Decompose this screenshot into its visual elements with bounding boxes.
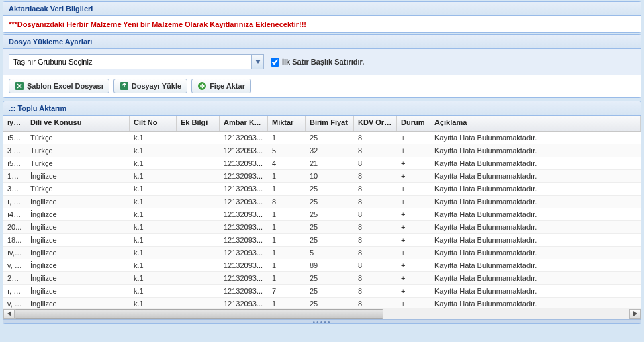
scroll-right-button[interactable] (629, 309, 641, 319)
cell-c7: 8 (354, 247, 397, 258)
cell-c5: 1 (268, 132, 306, 143)
first-row-header-checkbox[interactable] (271, 58, 279, 67)
upload-settings-panel: Dosya Yükleme Ayarları İlk Satır Başlık … (3, 34, 641, 98)
arrow-left-icon (7, 311, 11, 316)
col-extra[interactable]: Ek Bilgi (177, 116, 220, 131)
cell-c4: 12132093... (220, 298, 268, 308)
col-ambar[interactable]: Ambar K... (220, 116, 268, 131)
cell-c0: 165... (3, 171, 26, 181)
table-row[interactable]: 256...İngilizcek.112132093...1258+Kayıtt… (3, 272, 641, 285)
horizontal-scrollbar[interactable] (3, 308, 641, 319)
table-row[interactable]: v, 5...İngilizcek.112132093...1898+Kayıt… (3, 259, 641, 272)
col-price[interactable]: Birim Fiyat (306, 116, 354, 131)
table-row[interactable]: 3 s...Türkçek.112132093...5328+Kayıtta H… (3, 144, 641, 157)
cell-c8: + (397, 222, 430, 232)
col-volume[interactable]: Cilt No (130, 116, 177, 131)
cell-c2: k.1 (130, 298, 177, 308)
cell-c5: 1 (268, 209, 306, 220)
cell-c3 (177, 251, 220, 254)
cell-c4: 12132093... (220, 171, 268, 181)
cell-c3 (177, 277, 220, 280)
cell-c9: Kayıtta Hata Bulunmamaktadır. (430, 158, 641, 169)
cell-c3 (177, 302, 220, 305)
upload-icon (120, 81, 129, 91)
cell-c4: 12132093... (220, 247, 268, 258)
cell-c4: 12132093... (220, 132, 268, 143)
col-page[interactable]: ıyfa... (3, 116, 26, 131)
cell-c9: Kayıtta Hata Bulunmamaktadır. (430, 132, 641, 143)
table-row[interactable]: 165...İngilizcek.112132093...1108+Kayıtt… (3, 170, 641, 183)
scroll-left-button[interactable] (3, 309, 15, 319)
col-qty[interactable]: Miktar (268, 116, 306, 131)
cell-c9: Kayıtta Hata Bulunmamaktadır. (430, 171, 641, 181)
grid-body[interactable]: ı5 s...Türkçek.112132093...1258+Kayıtta … (3, 132, 641, 308)
first-row-header-checkbox-wrap[interactable]: İlk Satır Başlık Satırıdır. (271, 58, 364, 67)
cell-c1: İngilizce (26, 273, 130, 284)
cell-c9: Kayıtta Hata Bulunmamaktadır. (430, 273, 641, 284)
cell-c8: + (397, 260, 430, 271)
cell-c3 (177, 213, 220, 216)
first-row-header-label: İlk Satır Başlık Satırıdır. (282, 58, 364, 66)
transfer-button[interactable]: Fişe Aktar (191, 79, 251, 93)
table-row[interactable]: 20...İngilizcek.112132093...1258+Kayıtta… (3, 221, 641, 234)
grid: ıyfa... Dili ve Konusu Cilt No Ek Bilgi … (3, 116, 641, 319)
cell-c6: 89 (306, 260, 354, 271)
table-row[interactable]: 18...İngilizcek.112132093...1258+Kayıtta… (3, 234, 641, 247)
cell-c6: 25 (306, 222, 354, 232)
cell-c4: 12132093... (220, 260, 268, 271)
cell-c2: k.1 (130, 234, 177, 245)
col-lang[interactable]: Dili ve Konusu (26, 116, 130, 131)
scroll-thumb[interactable] (15, 309, 383, 319)
cell-c2: k.1 (130, 222, 177, 232)
cell-c8: + (397, 196, 430, 207)
cell-c0: 20... (3, 222, 26, 232)
cell-c3 (177, 200, 220, 203)
cell-c1: İngilizce (26, 234, 130, 245)
cell-c6: 32 (306, 145, 354, 156)
cell-c7: 8 (354, 273, 397, 284)
group-select-trigger[interactable] (251, 55, 263, 69)
template-excel-button[interactable]: Şablon Excel Dosyası (9, 79, 109, 93)
table-row[interactable]: ı, 3...İngilizcek.112132093...7258+Kayıt… (3, 285, 641, 298)
cell-c1: İngilizce (26, 260, 130, 271)
table-row[interactable]: ı4 s...İngilizcek.112132093...1258+Kayıt… (3, 208, 641, 221)
cell-c8: + (397, 209, 430, 220)
excel-icon (15, 81, 24, 91)
col-kdv[interactable]: KDV Ora... (354, 116, 397, 131)
cell-c6: 10 (306, 171, 354, 181)
table-row[interactable]: 354...Türkçek.112132093...1258+Kayıtta H… (3, 183, 641, 196)
cell-c6: 25 (306, 183, 354, 194)
batch-panel-title: .:: Toplu Aktarım (3, 101, 641, 116)
transfer-label: Fişe Aktar (210, 82, 245, 90)
cell-c5: 1 (268, 260, 306, 271)
col-desc[interactable]: Açıklama (430, 116, 641, 131)
group-select-input[interactable] (9, 55, 251, 69)
cell-c2: k.1 (130, 196, 177, 207)
table-row[interactable]: ı, 2...İngilizcek.112132093...8258+Kayıt… (3, 196, 641, 208)
table-row[interactable]: ı5 s...Türkçek.112132093...1258+Kayıtta … (3, 132, 641, 144)
table-row[interactable]: ıv, 3...İngilizcek.112132093...158+Kayıt… (3, 247, 641, 259)
cell-c6: 25 (306, 273, 354, 284)
resize-handle[interactable]: ●●●●● (3, 319, 641, 323)
cell-c6: 25 (306, 286, 354, 296)
cell-c2: k.1 (130, 247, 177, 258)
scroll-track[interactable] (15, 309, 629, 319)
col-status[interactable]: Durum (397, 116, 430, 131)
cell-c3 (177, 136, 220, 139)
cell-c2: k.1 (130, 260, 177, 271)
table-row[interactable]: v, 2...İngilizcek.112132093...1258+Kayıt… (3, 298, 641, 308)
cell-c8: + (397, 298, 430, 308)
upload-file-button[interactable]: Dosyayı Yükle (113, 79, 187, 93)
cell-c0: 354... (3, 183, 26, 194)
cell-c9: Kayıtta Hata Bulunmamaktadır. (430, 209, 641, 220)
cell-c8: + (397, 158, 430, 169)
cell-c3 (177, 264, 220, 267)
cell-c1: İngilizce (26, 196, 130, 207)
table-row[interactable]: ı5 s...Türkçek.112132093...4218+Kayıtta … (3, 157, 641, 170)
cell-c8: + (397, 247, 430, 258)
cell-c7: 8 (354, 145, 397, 156)
group-select[interactable] (9, 54, 264, 69)
grip-icon: ●●●●● (312, 320, 331, 324)
cell-c4: 12132093... (220, 158, 268, 169)
arrow-right-icon (633, 311, 637, 316)
